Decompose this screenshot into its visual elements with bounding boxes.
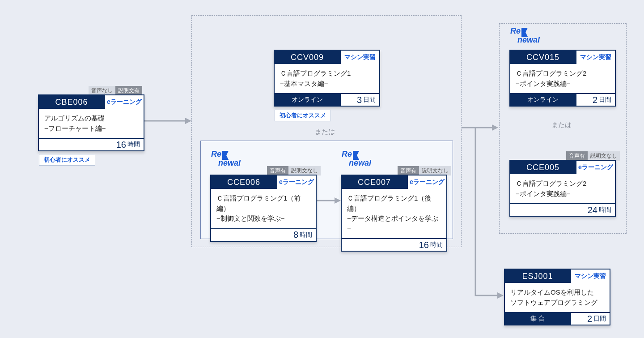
tag-audio: 音声有	[398, 166, 419, 175]
card-cce007[interactable]: CCE007 eラーニング Ｃ言語プログラミング1（後編）−データ構造とポインタ…	[341, 175, 447, 252]
card-mode: オンライン	[510, 94, 576, 106]
card-title: Ｃ言語プログラミング1−基本マスタ編−	[275, 64, 379, 93]
card-duration: 3日間	[340, 94, 379, 106]
card-code: CBE006	[39, 95, 104, 109]
card-ccv009[interactable]: CCV009 マシン実習 Ｃ言語プログラミング1−基本マスタ編− オンライン 3…	[274, 50, 380, 107]
renewal-badge-ccv015: Renewal	[510, 28, 540, 43]
tag-desc: 説明文なし	[288, 166, 321, 175]
card-code: ESJ001	[505, 270, 570, 283]
card-mode: オンライン	[275, 94, 340, 106]
tags-cce007: 音声有 説明文なし	[398, 166, 451, 175]
tags-cbe006: 音声なし 説明文有	[89, 86, 142, 95]
card-esj001[interactable]: ESJ001 マシン実習 リアルタイムOSを利用したソフトウェアプログラミング …	[504, 269, 610, 325]
card-title: Ｃ言語プログラミング1（前編）−制御文と関数を学ぶ−	[211, 189, 316, 228]
card-cce005[interactable]: CCE005 eラーニング Ｃ言語プログラミング2−ポインタ実践編− 24時間	[509, 160, 616, 217]
card-duration: 2日間	[570, 313, 610, 325]
card-type: eラーニング	[407, 175, 446, 189]
tag-desc: 説明文有	[115, 86, 142, 95]
card-duration: 8時間	[211, 229, 316, 241]
card-title: リアルタイムOSを利用したソフトウェアプログラミング	[505, 283, 610, 312]
card-cbe006[interactable]: CBE006 eラーニング アルゴリズムの基礎−フローチャート編− 16時間	[38, 94, 144, 151]
card-duration: 16時間	[39, 139, 144, 150]
card-ccv015[interactable]: CCV015 マシン実習 Ｃ言語プログラミング2−ポインタ実践編− オンライン …	[509, 50, 616, 107]
card-code: CCE007	[342, 175, 407, 189]
card-duration: 16時間	[342, 239, 446, 251]
card-code: CCV009	[275, 51, 340, 64]
tags-cce006: 音声有 説明文なし	[267, 166, 321, 175]
card-type: eラーニング	[576, 161, 615, 174]
recommend-pill-cbe006: 初心者にオススメ	[39, 154, 95, 166]
card-cce006[interactable]: CCE006 eラーニング Ｃ言語プログラミング1（前編）−制御文と関数を学ぶ−…	[210, 175, 317, 242]
renewal-badge-cce007: Renewal	[342, 151, 371, 167]
card-title: Ｃ言語プログラミング2−ポインタ実践編−	[510, 64, 615, 93]
card-duration: 2日間	[576, 94, 615, 106]
card-title: アルゴリズムの基礎−フローチャート編−	[39, 109, 144, 138]
card-type: eラーニング	[104, 95, 144, 109]
tags-cce005: 音声有 説明文なし	[566, 151, 620, 161]
card-title: Ｃ言語プログラミング1（後編）−データ構造とポインタを学ぶ−	[342, 189, 446, 238]
tag-audio: 音声有	[566, 151, 588, 161]
tag-desc: 説明文なし	[588, 151, 620, 161]
card-code: CCE005	[510, 161, 576, 174]
card-duration: 24時間	[510, 204, 615, 216]
card-title: Ｃ言語プログラミング2−ポインタ実践編−	[510, 174, 615, 203]
renewal-badge-cce006: Renewal	[211, 151, 241, 167]
or-text-middle: または	[315, 128, 335, 136]
tag-audio: 音声有	[267, 166, 288, 175]
card-type: eラーニング	[276, 175, 316, 189]
card-code: CCV015	[510, 51, 576, 64]
card-type: マシン実習	[570, 270, 610, 283]
tag-desc: 説明文なし	[419, 166, 451, 175]
tag-audio: 音声なし	[89, 86, 115, 95]
card-type: マシン実習	[576, 51, 615, 64]
or-text-right: または	[551, 121, 572, 129]
card-mode: 集 合	[505, 313, 570, 325]
recommend-pill-ccv009: 初心者にオススメ	[275, 110, 331, 121]
card-type: マシン実習	[340, 51, 379, 64]
card-code: CCE006	[211, 175, 276, 189]
